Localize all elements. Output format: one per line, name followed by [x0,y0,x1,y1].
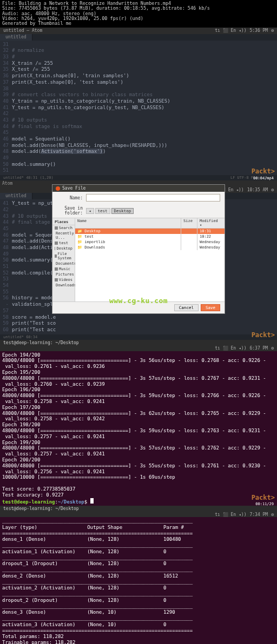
atom-pane-2: Atom tı ⬛ En ◂)) 10:35 AM ⚙ untitled 41 … [0,180,277,339]
tray: tı ⬛ En ◂)) 6:37 PM ⚙ [0,346,277,351]
clock: 10:35 AM [247,187,268,192]
statusbar: untitled* 60:34 [0,334,277,340]
window-title: untitled — Atom [3,28,42,33]
watermark: www.cg-ku.com [109,297,168,305]
place-item[interactable]: Desktop [52,246,75,251]
clock: 7:34 PM [249,512,268,517]
breadcrumb-desktop[interactable]: Desktop [111,208,134,214]
tab-bar: untitled [0,34,277,41]
place-item[interactable]: Recently U... [52,231,75,240]
places-sidebar: Places SearchRecently U...testDesktopFil… [52,218,75,301]
cursor [90,498,94,504]
file-metadata: File: Building a Network to Recognize Ha… [0,0,277,28]
tab-untitled[interactable]: untitled [0,193,32,199]
file-list: Name Size Modified ▾ 📁 Desktop10:31📁 tes… [75,218,225,301]
filename-input[interactable] [86,194,220,202]
statusbar: untitled* 48:31 (1,20) LF UTF-8 Plain Te… [0,175,277,180]
gear-icon[interactable]: ⚙ [271,512,274,517]
close-icon[interactable] [56,186,60,191]
video-timestamp: 00:04/mp4 [253,176,274,180]
save-button[interactable]: Save [201,304,220,311]
tray-icons: tı ⬛ En ◂)) [215,28,246,33]
place-item[interactable]: Music [52,266,75,272]
place-item[interactable]: Search [52,225,75,231]
place-item[interactable]: Downloads [52,283,75,288]
file-row[interactable]: 📁 DownloadsWednesday [75,245,225,250]
place-item[interactable]: Pictures [52,272,75,277]
packt-logo: Packt> [252,494,275,501]
code-content[interactable]: # normalize # X_train /= 255 X_test /= 2… [12,42,277,174]
terminal-title: test@deep-learning: ~/Desktop [0,340,277,346]
terminal-title: test@deep-learning: ~/Desktop [0,506,277,512]
prompt-user: test@deep-learning [2,499,55,505]
place-item[interactable]: Documents [52,261,75,266]
tray-icons: tı ⬛ En ◂)) [215,512,246,517]
place-item[interactable]: test [52,240,75,246]
dialog-titlebar: Save File [52,185,225,192]
file-row[interactable]: 📁 test10:22 [75,234,225,239]
save-file-dialog: Save File Name: Save in folder: ◂ test D… [52,184,225,314]
clock: 6:37 PM [249,346,268,351]
terminal-output[interactable]: ________________________________________… [0,517,277,644]
folder-breadcrumb: ◂ test Desktop [86,208,134,214]
gear-icon[interactable]: ⚙ [271,187,274,192]
cancel-button[interactable]: Cancel [174,304,199,311]
clock: 5:36 PM [249,28,268,33]
terminal-pane-summary: test@deep-learning: ~/Desktop tı ⬛ En ◂)… [0,506,277,644]
place-item[interactable]: Videos [52,277,75,283]
atom-pane-1: untitled — Atom tı ⬛ En ◂)) 5:36 PM ⚙ un… [0,28,277,180]
dialog-title-text: Save File [62,186,85,191]
col-size[interactable]: Size [181,218,197,228]
terminal-pane-training: test@deep-learning: ~/Desktop tı ⬛ En ◂)… [0,340,277,506]
breadcrumb-back[interactable]: ◂ [86,208,94,214]
line-gutter: 31 32 33 34 35 36 37 38 39 40 41 42 43 4… [0,42,12,174]
name-label: Name: [57,196,83,200]
tray: tı ⬛ En ◂)) 7:34 PM ⚙ [0,512,277,517]
file-row[interactable]: 📁 Desktop10:31 [75,229,225,234]
place-item[interactable]: File System [52,251,75,261]
gear-icon[interactable]: ⚙ [271,28,274,33]
breadcrumb-test[interactable]: test [95,208,110,214]
packt-logo: Packt> [252,167,275,175]
gear-icon[interactable]: ⚙ [271,346,274,351]
tab-untitled[interactable]: untitled [0,34,32,41]
terminal-output[interactable]: Epoch 194/200 48000/48000 [=============… [0,351,277,506]
file-row[interactable]: 📁 importlibWednesday [75,239,225,245]
tray-icons: tı ⬛ En ◂)) [215,346,246,351]
col-modified[interactable]: Modified ▾ [197,218,225,228]
col-name[interactable]: Name [75,218,181,228]
prompt-path: ~/Desktop [58,499,84,505]
places-header: Places [52,219,75,225]
code-editor[interactable]: 31 32 33 34 35 36 37 38 39 40 41 42 43 4… [0,41,277,175]
folder-label: Save in folder: [57,206,83,216]
window-titlebar: untitled — Atom tı ⬛ En ◂)) 5:36 PM ⚙ [0,28,277,34]
packt-logo: Packt> [252,331,275,339]
line-gutter: 41 42 43 44 45 46 47 48 49 50 51 52 53 5… [0,200,12,333]
meta-gen: Generated by Thumbnail me [2,21,275,26]
